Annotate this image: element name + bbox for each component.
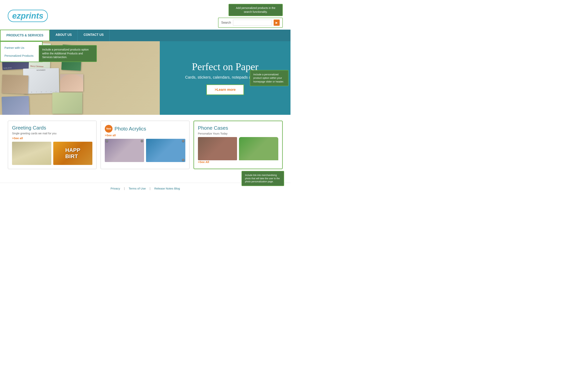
product-section: Greeting Cards Single greeting cards we … [0, 115, 290, 175]
dropdown-tooltip: Include a personalized products option w… [39, 45, 97, 62]
nav-dropdown: Partner with Us Personalized Products [0, 41, 42, 62]
product-card-phone-cases: Phone Cases Personalize Yours Today >See… [194, 121, 283, 169]
collage-photo-6 [60, 74, 83, 91]
product-card-photo-acrylics: New Photo Acrylics >See all [100, 121, 190, 169]
nav-wrapper: PRODUCTS & SERVICES ABOUT US CONTACT US … [0, 30, 290, 41]
new-badge: New [105, 125, 112, 133]
footer-links: Privacy | Terms of Use | Release Notes B… [4, 187, 287, 190]
footer-link-privacy[interactable]: Privacy [110, 187, 120, 190]
search-label: Search [221, 21, 231, 24]
nav-item-about-us[interactable]: ABOUT US [50, 30, 78, 41]
hero-cta-button[interactable]: >Learn more [206, 84, 244, 95]
greeting-cards-images: HAPPBIRT [12, 142, 92, 165]
footer-link-terms[interactable]: Terms of Use [128, 187, 146, 190]
header: ezprints Add personalized products in th… [0, 0, 290, 30]
dropdown-item-partner[interactable]: Partner with Us [0, 44, 42, 52]
search-tooltip: Add personalized products in the search … [228, 4, 283, 16]
product-title-greeting-cards: Greeting Cards [12, 125, 92, 131]
footer-divider-1: | [124, 187, 125, 190]
phone-case-img-1[interactable] [198, 137, 237, 160]
hero-tooltip: Include a personalized product option wi… [250, 70, 288, 86]
acrylic-img-1 [105, 139, 144, 162]
collage-photo-7 [2, 96, 29, 115]
collage-photo-8 [52, 92, 82, 114]
product-subtitle-greeting-cards: Single greeting cards we mail for you [12, 132, 92, 135]
product-link-greeting-cards[interactable]: >See all [12, 136, 92, 140]
nav-item-products-services[interactable]: PRODUCTS & SERVICES [0, 30, 50, 41]
product-subtitle-phone-cases: Personalize Yours Today [198, 132, 278, 135]
hero-title: Perfect on Paper [192, 61, 258, 72]
phone-cases-images [198, 137, 278, 160]
search-button[interactable] [274, 19, 280, 26]
acrylic-img-2 [146, 139, 185, 162]
search-input[interactable] [233, 20, 272, 25]
photo-acrylics-images [105, 139, 185, 162]
logo-text: ezprints [12, 11, 44, 20]
phone-cases-tooltip: Include link into merchandising photo th… [242, 171, 284, 186]
nav-item-contact-us[interactable]: CONTACT US [78, 30, 110, 41]
product-card-greeting-cards: Greeting Cards Single greeting cards we … [8, 121, 97, 169]
logo: ezprints [8, 10, 48, 22]
footer-link-release-notes[interactable]: Release Notes Blog [154, 187, 180, 190]
footer-divider-2: | [150, 187, 150, 190]
greeting-card-img-2: HAPPBIRT [53, 142, 92, 165]
search-area: Add personalized products in the search … [218, 4, 283, 28]
product-title-photo-acrylics: Photo Acrylics [114, 126, 146, 132]
product-link-phone-cases[interactable]: >See All [198, 160, 278, 164]
product-link-photo-acrylics[interactable]: >See all [105, 134, 185, 137]
collage-photo-3: NOVEMBER S M T W T F S [23, 68, 59, 94]
phone-case-img-2[interactable] [239, 137, 278, 160]
product-title-phone-cases: Phone Cases [198, 125, 278, 131]
greeting-card-img-1 [12, 142, 51, 165]
dropdown-item-personalized[interactable]: Personalized Products [0, 52, 42, 60]
collage-photo-4 [2, 75, 28, 94]
navigation: PRODUCTS & SERVICES ABOUT US CONTACT US [0, 30, 290, 41]
